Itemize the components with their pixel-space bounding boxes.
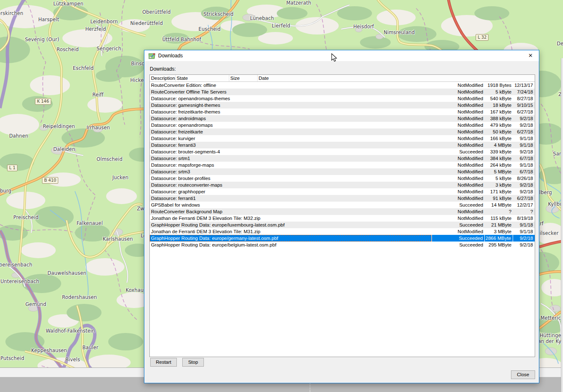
- road-badge: L 32: [476, 34, 489, 41]
- cell-size: 171 kByte: [485, 188, 513, 195]
- cell-state: Succeeded: [432, 242, 485, 248]
- table-row[interactable]: Datasource: graphhopperNotModified171 kB…: [150, 188, 535, 195]
- cell-state: NotModified: [432, 142, 485, 148]
- cell-size: 21 MByte: [485, 222, 513, 228]
- cell-state: Succeeded: [432, 202, 485, 208]
- cell-size: ?: [485, 208, 513, 215]
- table-row[interactable]: GraphHopper Routing Data: europe/germany…: [150, 235, 535, 242]
- stop-button[interactable]: Stop: [182, 358, 204, 367]
- header-description[interactable]: Description: [150, 75, 176, 81]
- table-row[interactable]: Datasource: srtm1NotModified384 kByte6/7…: [150, 155, 535, 162]
- cell-state: NotModified: [432, 155, 485, 162]
- downloads-dialog: Downloads ✕ Downloads: Description State…: [144, 50, 539, 383]
- header-state[interactable]: State: [176, 75, 229, 81]
- cell-date: 12/13/17: [513, 82, 535, 89]
- cell-size: 5 kByte: [485, 89, 513, 95]
- cell-size: 3 kByte: [485, 182, 513, 188]
- table-row[interactable]: Datasource: ferranti1NotModified91 kByte…: [150, 195, 535, 202]
- table-row[interactable]: Datasource: brouter-profilesNotModified5…: [150, 175, 535, 182]
- dialog-title: Downloads: [158, 53, 183, 59]
- road-badge: K 146: [35, 98, 51, 105]
- cell-size: 2866 MByte: [485, 235, 513, 242]
- restart-button[interactable]: Restart: [150, 358, 177, 367]
- cell-desc: Datasource: kurviger: [150, 135, 432, 142]
- cell-desc: Datasource: srtm3: [150, 168, 432, 175]
- cell-size: 1918 Bytes: [485, 82, 513, 89]
- dialog-titlebar[interactable]: Downloads ✕: [144, 50, 539, 61]
- cell-state: Succeeded: [432, 148, 485, 155]
- table-row[interactable]: GPSBabel for windowsSucceeded14 MByte12/…: [150, 202, 535, 208]
- table-row[interactable]: Datasource: freizeitkarte-themesNotModif…: [150, 108, 535, 115]
- map-label: Harspelt: [38, 17, 59, 22]
- cell-state: NotModified: [432, 208, 485, 215]
- table-row[interactable]: Datasource: brouter-segments-4Succeeded3…: [150, 148, 535, 155]
- cell-desc: Jonathan de Ferranti DEM 3 Elevation Til…: [150, 228, 432, 235]
- map-label: Reipeldingen: [43, 123, 75, 129]
- cell-date: 9/2/18: [513, 148, 535, 155]
- map-label: Keppeshausen: [31, 348, 67, 353]
- map-label: burg: [0, 188, 11, 194]
- table-row[interactable]: Datasource: openandromaps-themesNotModif…: [150, 95, 535, 102]
- cell-state: NotModified: [432, 108, 485, 115]
- header-size[interactable]: Size: [229, 75, 258, 81]
- road-badge: B 410: [42, 177, 58, 184]
- cell-date: 9/1/18: [513, 222, 535, 228]
- cell-desc: RouteConverter Edition: offline: [150, 82, 432, 89]
- map-label: Nimsreuland: [384, 30, 415, 35]
- road-badge: L 1: [7, 165, 17, 171]
- table-row[interactable]: Datasource: freizeitkarteNotModified50 k…: [150, 128, 535, 135]
- cell-size: 384 kByte: [485, 155, 513, 162]
- cell-date: 9/2/18: [513, 182, 535, 188]
- map-label: bereisenbach: [0, 262, 32, 268]
- cell-date: 8/27/18: [513, 95, 535, 102]
- cell-desc: Datasource: ferranti1: [150, 195, 432, 202]
- cell-state: NotModified: [432, 102, 485, 108]
- map-label: Gemünd: [25, 301, 46, 307]
- map-label: Bivels: [65, 357, 80, 362]
- table-row[interactable]: Datasource: ferranti3NotModified4 MByte9…: [150, 142, 535, 148]
- table-row[interactable]: Datasource: srtm3NotModified5 MByte6/7/1…: [150, 168, 535, 175]
- table-row[interactable]: RouteConverter Offline Tile ServersNotMo…: [150, 89, 535, 95]
- map-label: Bauler: [82, 345, 98, 350]
- map-label: Üttfeld Bahnhof: [162, 37, 201, 42]
- cell-date: 9/2/18: [513, 242, 535, 248]
- cell-state: NotModified: [432, 175, 485, 182]
- map-label: Waldhof-Falkenstein: [46, 328, 95, 334]
- cell-date: 8/19/18: [513, 215, 535, 222]
- cell-state: NotModified: [432, 228, 485, 235]
- cell-size: 339 kByte: [485, 148, 513, 155]
- table-row[interactable]: RouteConverter Edition: offlineNotModifi…: [150, 82, 535, 89]
- cell-state: NotModified: [432, 168, 485, 175]
- table-row[interactable]: Jonathan de Ferranti DEM 3 Elevation Til…: [150, 228, 535, 235]
- cell-date: 9/1/18: [513, 135, 535, 142]
- downloads-table-body: RouteConverter Edition: offlineNotModifi…: [150, 82, 535, 248]
- cell-desc: Datasource: androidmaps: [150, 115, 432, 122]
- table-row[interactable]: GraphHopper Routing Data: europe/luxembo…: [150, 222, 535, 228]
- table-row[interactable]: Datasource: kurvigerNotModified166 kByte…: [150, 135, 535, 142]
- table-row[interactable]: Datasource: gamesnight-themesNotModified…: [150, 102, 535, 108]
- table-row[interactable]: Jonathan de Ferranti DEM 3 Elevation Til…: [150, 215, 535, 222]
- map-label: an der Kyll: [538, 338, 563, 344]
- header-date[interactable]: Date: [258, 75, 279, 81]
- cell-date: ?: [513, 208, 535, 215]
- map-label: Dahnen: [9, 133, 28, 139]
- map-label: Eschfeld: [73, 65, 94, 71]
- cell-size: 50 kByte: [485, 128, 513, 135]
- map-label: Metterich: [541, 315, 563, 321]
- close-button[interactable]: Close: [511, 370, 535, 379]
- table-row[interactable]: Datasource: mapsforge-mapsNotModified264…: [150, 162, 535, 168]
- table-row[interactable]: Datasource: androidmapsNotModified388 kB…: [150, 115, 535, 122]
- cell-desc: Datasource: openandromaps: [150, 122, 432, 128]
- table-row[interactable]: RouteConverter Background MapNotModified…: [150, 208, 535, 215]
- map-label: Dauwelshausen: [47, 270, 86, 276]
- cell-desc: Datasource: brouter-profiles: [150, 175, 432, 182]
- cell-size: 479 kByte: [485, 122, 513, 128]
- cell-date: 6/27/18: [513, 128, 535, 135]
- table-row[interactable]: Datasource: openandromapsNotModified479 …: [150, 122, 535, 128]
- table-row[interactable]: GraphHopper Routing Data: europe/belgium…: [150, 242, 535, 248]
- cell-size: 167 kByte: [485, 108, 513, 115]
- close-icon[interactable]: ✕: [522, 50, 539, 61]
- map-label: Heisdorf: [353, 24, 374, 30]
- cell-size: 91 kByte: [485, 195, 513, 202]
- table-row[interactable]: Datasource: routeconverter-mapsNotModifi…: [150, 182, 535, 188]
